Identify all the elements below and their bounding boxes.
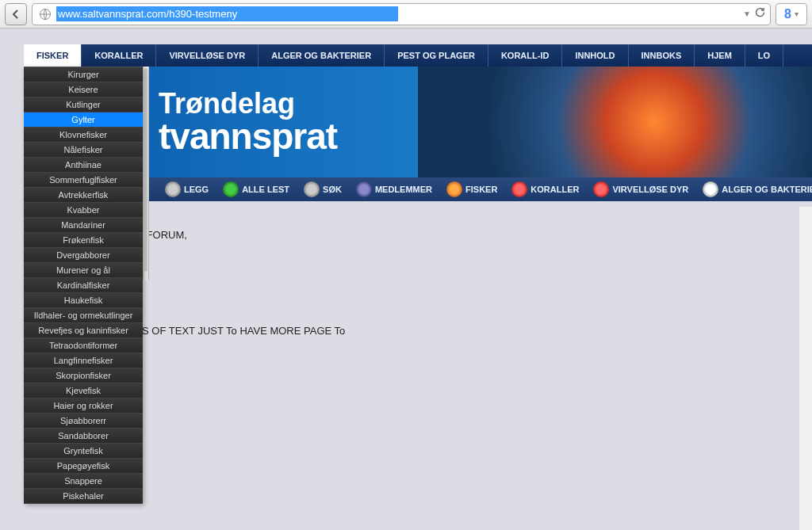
subnav-label: ALLE LEST [242, 185, 289, 194]
subnav-item-alger-og-bakterier[interactable]: ALGER OG BAKTERIER [696, 177, 812, 201]
subnav-item-koraller[interactable]: KORALLER [505, 177, 585, 201]
nav-item-korall-id[interactable]: KORALL-ID [488, 44, 563, 67]
dropdown-item-dvergabborer[interactable]: Dvergabborer [24, 248, 143, 263]
alle-lest-icon [223, 181, 239, 197]
google-icon: 8 [784, 7, 791, 21]
virvell-se-dyr-icon [593, 181, 609, 197]
dropdown-item-gylter[interactable]: Gylter [24, 112, 143, 128]
dropdown-item-fr-kenfisk[interactable]: Frøkenfisk [24, 233, 143, 248]
dropdown-item-snappere[interactable]: Snappere [24, 474, 143, 489]
dropdown-item-murener-og-l[interactable]: Murener og ål [24, 263, 143, 278]
address-bar[interactable]: www.saltvannsprat.com/h390-testmeny ▼ [32, 3, 771, 25]
banner-line1: Trøndelag [159, 90, 337, 118]
dropdown-item-kirurger[interactable]: Kirurger [24, 67, 143, 82]
dropdown-item-sommerfuglfisker[interactable]: Sommerfuglfisker [24, 173, 143, 188]
dropdown-item-revefjes-og-kaninfisker[interactable]: Revefjes og kaninfisker [24, 323, 143, 338]
page-content: FISKERKORALLERVIRVELLØSE DYRALGER OG BAK… [0, 29, 812, 530]
nav-item-koraller[interactable]: KORALLER [82, 44, 156, 67]
dropdown-item-sandabborer[interactable]: Sandabborer [24, 429, 143, 444]
subnav-label: LEGG [184, 185, 209, 194]
subnav-item-fisker[interactable]: FISKER [440, 177, 504, 201]
subnav-item-legg[interactable]: LEGG [159, 177, 215, 201]
right-sidebar-edge [799, 207, 812, 530]
dropdown-item-mandariner[interactable]: Mandariner [24, 218, 143, 233]
browser-toolbar: www.saltvannsprat.com/h390-testmeny ▼ 8 … [0, 0, 812, 29]
dropdown-item-kardinalfisker[interactable]: Kardinalfisker [24, 278, 143, 293]
dropdown-item-haier-og-rokker[interactable]: Haier og rokker [24, 398, 143, 414]
url-text: www.saltvannsprat.com/h390-testmeny [56, 6, 398, 21]
body-text-2: RIES AND SO ON.LOTS OF TEXT JUST To HAVE… [35, 325, 801, 337]
koraller-icon [511, 181, 527, 197]
globe-icon [37, 6, 53, 22]
dropdown-item-haukefisk[interactable]: Haukefisk [24, 293, 143, 308]
dropdown-item-kvabber[interactable]: Kvabber [24, 203, 143, 218]
dropdown-item-ildhaler-og-ormekutlinger[interactable]: Ildhaler- og ormekutlinger [24, 308, 143, 323]
back-button[interactable] [5, 3, 27, 25]
nav-item-lo[interactable]: LO [745, 44, 783, 67]
dropdown-item-kutlinger[interactable]: Kutlinger [24, 97, 143, 112]
dropdown-item-keisere[interactable]: Keisere [24, 82, 143, 97]
dropdown-item-kjevefisk[interactable]: Kjevefisk [24, 383, 143, 398]
subnav-item-virvell-se-dyr[interactable]: VIRVELLØSE DYR [587, 177, 695, 201]
subnav-label: ALGER OG BAKTERIER [722, 185, 812, 194]
body-text-1: MAL CONTENT OF MY FORUM, [35, 229, 801, 241]
dropdown-item-langfinnefisker[interactable]: Langfinnefisker [24, 353, 143, 368]
dropdown-item-gryntefisk[interactable]: Gryntefisk [24, 444, 143, 459]
nav-item-alger-og-bakterier[interactable]: ALGER OG BAKTERIER [259, 44, 385, 67]
subnav-label: VIRVELLØSE DYR [612, 185, 688, 194]
banner-background-image [418, 67, 812, 177]
nav-item-innhold[interactable]: INNHOLD [562, 44, 628, 67]
fisker-dropdown: KirurgerKeisereKutlingerGylterKlovnefisk… [24, 67, 143, 504]
medlemmer-icon [356, 181, 372, 197]
fisker-icon [446, 181, 462, 197]
scrollbar-thumb[interactable] [144, 68, 147, 272]
reload-icon[interactable] [754, 7, 765, 21]
subnav-label: MEDLEMMER [375, 185, 432, 194]
dropdown-item-klovnefisker[interactable]: Klovnefisker [24, 128, 143, 143]
legg-icon [165, 181, 181, 197]
s-k-icon [304, 181, 320, 197]
dropdown-item-avtrekkerfisk[interactable]: Avtrekkerfisk [24, 188, 143, 203]
nav-item-hjem[interactable]: HJEM [695, 44, 745, 67]
subnav-label: SØK [323, 185, 342, 194]
dropdown-item-anthiinae[interactable]: Anthiinae [24, 158, 143, 173]
search-engine-box[interactable]: 8 ▾ [776, 3, 807, 25]
site-title: Trøndelag tvannsprat [159, 90, 337, 154]
dropdown-item-piskehaler[interactable]: Piskehaler [24, 489, 143, 504]
dropdown-scrollbar[interactable] [143, 67, 149, 280]
dropdown-item-tetraodontiformer[interactable]: Tetraodontiformer [24, 338, 143, 353]
dropdown-item-n-lefisker[interactable]: Nålefisker [24, 143, 143, 158]
nav-item-fisker[interactable]: FISKER [24, 44, 82, 67]
subnav-item-s-k[interactable]: SØK [297, 177, 348, 201]
main-nav: FISKERKORALLERVIRVELLØSE DYRALGER OG BAK… [24, 44, 812, 67]
dropdown-item-papeg-yefisk[interactable]: Papegøyefisk [24, 459, 143, 474]
banner-line2: tvannsprat [159, 118, 337, 154]
subnav-item-medlemmer[interactable]: MEDLEMMER [350, 177, 439, 201]
nav-item-innboks[interactable]: INNBOKS [629, 44, 695, 67]
history-dropdown-icon[interactable]: ▼ [743, 10, 751, 18]
search-dropdown-icon[interactable]: ▾ [795, 10, 799, 18]
subnav-label: FISKER [465, 185, 497, 194]
nav-item-virvell-se-dyr[interactable]: VIRVELLØSE DYR [156, 44, 259, 67]
arrow-left-icon [10, 9, 21, 20]
dropdown-item-skorpionfisker[interactable]: Skorpionfisker [24, 368, 143, 383]
alger-og-bakterier-icon [703, 181, 718, 197]
subnav-label: KORALLER [530, 185, 579, 194]
dropdown-item-sj-abborerr[interactable]: Sjøabborerr [24, 414, 143, 429]
subnav-item-alle-lest[interactable]: ALLE LEST [216, 177, 296, 201]
nav-item-pest-og-plager[interactable]: PEST OG PLAGER [385, 44, 488, 67]
